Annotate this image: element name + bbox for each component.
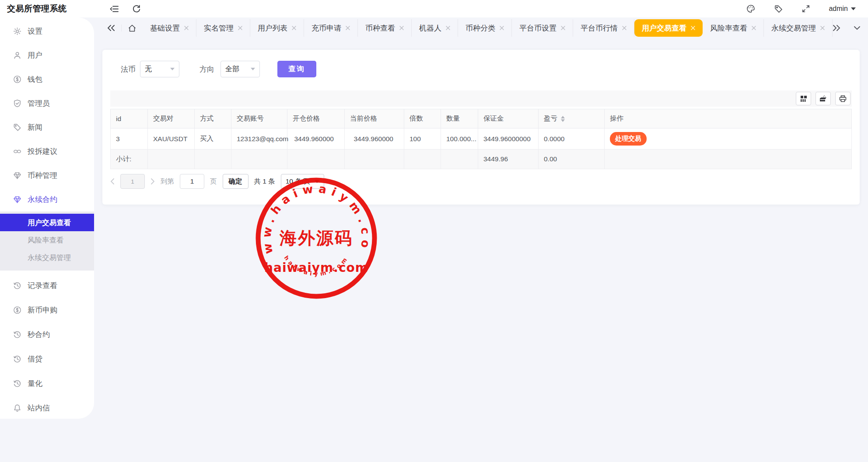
export-button[interactable] (816, 92, 831, 105)
sidebar-item-admins[interactable]: 管理员 (0, 91, 94, 115)
column-header[interactable]: 交易账号 (231, 109, 287, 129)
tabs-scroll-left-icon[interactable] (101, 24, 122, 31)
tab[interactable]: 实名管理 (196, 19, 250, 37)
next-page-icon[interactable] (150, 178, 155, 185)
tab[interactable]: 币种查看 (358, 19, 412, 37)
tab[interactable]: 用户列表 (250, 19, 304, 37)
tab-label: 充币申请 (312, 23, 341, 33)
column-header-sortable[interactable]: 盈亏 (539, 109, 605, 129)
cell-margin: 3449.96000000 (478, 129, 539, 149)
column-header[interactable]: id (111, 109, 148, 129)
column-header[interactable]: 交易对 (148, 109, 195, 129)
tab-label: 用户交易查看 (642, 23, 686, 33)
sidebar-item-site-message[interactable]: 站内信 (0, 396, 94, 420)
caret-down-icon (315, 180, 319, 183)
close-icon[interactable] (752, 26, 756, 30)
close-icon[interactable] (561, 26, 565, 30)
confirm-button[interactable]: 确定 (223, 174, 248, 189)
close-icon[interactable] (622, 26, 626, 30)
user-icon (13, 51, 21, 59)
sidebar-item-label: 投拆建议 (28, 146, 57, 156)
sidebar-item-wallet[interactable]: 钱包 (0, 67, 94, 91)
page-number-button[interactable]: 1 (120, 174, 145, 189)
tab-label: 币种分类 (466, 23, 495, 33)
column-header[interactable]: 倍数 (404, 109, 441, 129)
search-button[interactable]: 查询 (277, 61, 316, 77)
tab-active[interactable]: 用户交易查看 (634, 19, 703, 37)
tab[interactable]: 平台币行情 (573, 19, 634, 37)
home-tab-icon[interactable] (122, 24, 143, 32)
close-icon[interactable] (691, 26, 695, 30)
close-icon[interactable] (292, 26, 296, 30)
sort-icon[interactable] (561, 116, 565, 122)
trades-table: id 交易对 方式 交易账号 开仓价格 当前价格 倍数 数量 保证金 盈亏 (110, 109, 852, 169)
submenu-perpetual-trade-manage[interactable]: 永续交易管理 (0, 249, 94, 266)
tab-label: 基础设置 (150, 23, 180, 33)
content-card: 法币 无 方向 全部 查询 (102, 50, 860, 205)
submenu-item-label: 用户交易查看 (28, 219, 71, 226)
sidebar-item-news[interactable]: 新闻 (0, 115, 94, 139)
column-header[interactable]: 当前价格 (345, 109, 404, 129)
collapse-sidebar-icon[interactable] (110, 3, 119, 14)
tab[interactable]: 币种分类 (458, 19, 512, 37)
sidebar-item-second-contract[interactable]: 秒合约 (0, 322, 94, 347)
close-icon[interactable] (238, 26, 242, 30)
direction-select[interactable]: 全部 (220, 61, 260, 77)
tabs-menu-chevron-icon[interactable] (854, 26, 861, 30)
cell-pnl: 0.0000 (539, 129, 605, 149)
sidebar-item-users[interactable]: 用户 (0, 43, 94, 67)
sidebar-item-lending[interactable]: 借贷 (0, 347, 94, 371)
subtotal-label: 小计: (111, 149, 148, 169)
sidebar-item-label: 设置 (28, 26, 42, 36)
sidebar-item-quant[interactable]: 量化 (0, 371, 94, 396)
topbar: 交易所管理系统 admin (0, 0, 868, 17)
tab[interactable]: 基础设置 (143, 19, 196, 37)
submenu-user-trade-view[interactable]: 用户交易查看 (0, 214, 94, 231)
columns-toggle-button[interactable] (796, 92, 811, 105)
tab[interactable]: 永续交易管理 (764, 19, 833, 37)
close-icon[interactable] (184, 26, 189, 30)
goto-page-input[interactable] (180, 174, 204, 189)
caret-down-icon (170, 68, 175, 70)
prev-page-icon[interactable] (110, 178, 115, 185)
fiat-select[interactable]: 无 (140, 61, 179, 77)
process-trade-button[interactable]: 处理交易 (610, 132, 647, 146)
refresh-icon[interactable] (132, 3, 141, 14)
tab[interactable]: 风险率查看 (703, 19, 764, 37)
tab[interactable]: 平台币设置 (512, 19, 573, 37)
print-button[interactable] (835, 92, 850, 105)
column-header[interactable]: 保证金 (478, 109, 539, 129)
column-header[interactable]: 操作 (605, 109, 852, 129)
sidebar-item-label: 新币申购 (28, 305, 57, 315)
cell-account: 123123@qq.com (231, 129, 287, 149)
stamp-bottom-arc-text: haiwaiym.com (283, 254, 350, 277)
sidebar-item-feedback[interactable]: 投拆建议 (0, 139, 94, 163)
close-icon[interactable] (500, 26, 504, 30)
table-zone: id 交易对 方式 交易账号 开仓价格 当前价格 倍数 数量 保证金 盈亏 (110, 90, 852, 169)
sidebar-item-label: 用户 (28, 50, 42, 60)
column-header[interactable]: 数量 (441, 109, 478, 129)
close-icon[interactable] (820, 26, 825, 30)
tag-icon (13, 123, 21, 132)
fullscreen-icon[interactable] (802, 3, 810, 14)
close-icon[interactable] (399, 26, 404, 30)
close-icon[interactable] (346, 26, 350, 30)
column-header[interactable]: 开仓价格 (287, 109, 345, 129)
theme-palette-icon[interactable] (746, 3, 756, 14)
tab-label: 机器人 (419, 23, 441, 33)
sidebar-item-records[interactable]: 记录查看 (0, 273, 94, 298)
tab[interactable]: 机器人 (412, 19, 458, 37)
submenu-risk-rate-view[interactable]: 风险率查看 (0, 231, 94, 249)
page-size-select[interactable]: 10 条/页 (281, 174, 324, 189)
sidebar-item-settings[interactable]: 设置 (0, 19, 94, 43)
user-menu[interactable]: admin (829, 5, 856, 13)
column-header[interactable]: 方式 (195, 109, 231, 129)
sidebar-item-perpetual[interactable]: 永续合约 (0, 188, 94, 212)
close-icon[interactable] (446, 26, 450, 30)
tag-icon[interactable] (774, 3, 783, 14)
gem-icon (13, 171, 21, 180)
sidebar-item-coin-manage[interactable]: 币种管理 (0, 163, 94, 188)
tabs-scroll-right-icon[interactable] (833, 24, 840, 31)
sidebar-item-new-coin[interactable]: 新币申购 (0, 298, 94, 322)
tab[interactable]: 充币申请 (304, 19, 358, 37)
